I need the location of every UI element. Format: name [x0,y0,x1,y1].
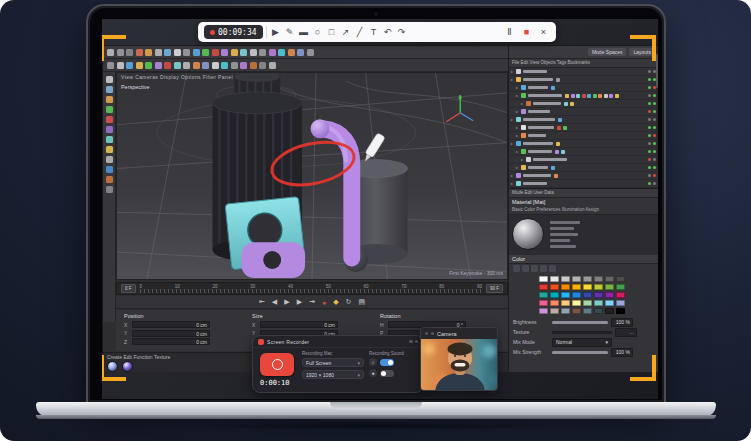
timeline-ticks[interactable]: 0102030405060708090 [140,284,482,293]
tag-icon[interactable] [587,94,591,98]
toolbar-icon[interactable] [231,49,238,56]
color-swatch[interactable] [572,308,581,314]
toolbar-icon[interactable] [221,49,228,56]
toolbar-icon[interactable] [183,62,190,69]
object-row[interactable]: ▸ [509,76,658,84]
stop-icon[interactable]: ■ [520,22,533,42]
toolbar-icon[interactable] [106,116,113,123]
color-swatch[interactable] [594,284,603,290]
visibility-dot[interactable] [648,166,651,169]
toolbar-icon[interactable] [549,265,556,272]
viewport[interactable]: View Cameras Display Options Filter Pane… [116,72,508,280]
redo-icon[interactable]: ↷ [396,22,408,42]
visibility-dot[interactable] [648,118,651,121]
keyframe-icon[interactable]: ◆ [333,298,338,306]
system-audio-toggle[interactable] [380,359,394,366]
object-row[interactable]: ▸ [509,100,658,108]
toolbar-icon[interactable] [540,265,547,272]
toolbar-icon[interactable] [212,49,219,56]
color-swatch[interactable] [539,292,548,298]
color-section-header[interactable]: Color [509,255,658,264]
toolbar-icon[interactable] [155,62,162,69]
toolbar-icon[interactable] [106,86,113,93]
toolbar-icon[interactable] [221,62,228,69]
color-swatch[interactable] [583,292,592,298]
color-swatch[interactable] [539,300,548,306]
visibility-dot[interactable] [653,182,656,185]
toolbar-icon[interactable] [513,265,520,272]
object-row[interactable]: ▸ [509,116,658,124]
color-swatch[interactable] [539,276,548,282]
close-icon[interactable]: × [537,22,550,42]
object-row[interactable]: ▸ [509,68,658,76]
toolbar-icon[interactable] [107,62,114,69]
visibility-dot[interactable] [648,134,651,137]
color-swatch[interactable] [583,308,592,314]
toolbar-icon[interactable] [174,49,181,56]
next-frame-icon[interactable]: ▶ [297,298,302,306]
tag-icon[interactable] [554,174,558,178]
color-swatch[interactable] [583,284,592,290]
tag-icon[interactable] [593,94,597,98]
brightness-slider[interactable] [552,321,608,324]
end-frame-box[interactable]: 90 F [486,284,503,293]
toolbar-icon[interactable] [136,62,143,69]
capture-corner-bottom-right[interactable] [630,355,656,381]
pen-icon[interactable]: ✎ [284,22,296,42]
toolbar-icon[interactable] [106,166,113,173]
tag-icon[interactable] [565,94,569,98]
window-dot-icon[interactable] [431,332,434,335]
rectangle-icon[interactable]: □ [326,22,338,42]
tag-icon[interactable] [551,166,555,170]
microphone-toggle[interactable] [380,370,394,377]
toolbar-icon[interactable] [145,62,152,69]
text-icon[interactable]: T [368,22,380,42]
coordinate-value-field[interactable]: 0 cm [132,330,210,337]
texture-browse-button[interactable]: … [615,328,637,337]
go-to-end-icon[interactable]: ⇥ [309,298,315,306]
toolbar-icon[interactable] [136,49,143,56]
color-swatch[interactable] [572,276,581,282]
visibility-dot[interactable] [648,70,651,73]
current-frame-box[interactable]: 0 F [121,284,136,293]
play-icon[interactable]: ▶ [270,22,282,42]
toolbar-icon[interactable] [250,62,257,69]
viewport-canvas[interactable]: Perspective First Keystroke - 300 ms [117,73,507,280]
toolbar-icon[interactable] [155,49,162,56]
viewport-menu[interactable]: View Cameras Display Options Filter Pane… [121,74,233,80]
visibility-dot[interactable] [648,110,651,113]
play-forward-icon[interactable]: ▶ [284,298,289,306]
tag-icon[interactable] [576,94,580,98]
arrow-icon[interactable]: ↗ [340,22,352,42]
panel-tab[interactable]: Mode Spaces [588,48,627,56]
capture-corner-top-left[interactable] [102,35,126,61]
tag-icon[interactable] [598,94,602,98]
tag-icon[interactable] [563,126,567,130]
toolbar-icon[interactable] [269,49,276,56]
tag-icon[interactable] [564,102,568,106]
record-icon[interactable]: ● [322,299,326,306]
color-swatch[interactable] [594,300,603,306]
toolbar-icon[interactable] [145,49,152,56]
tag-icon[interactable] [615,94,619,98]
toolbar-icon[interactable] [106,176,113,183]
tag-icon[interactable] [604,94,608,98]
texture-field[interactable] [552,331,612,334]
object-row[interactable]: ▸ [509,164,658,172]
tag-icon[interactable] [561,150,565,154]
toolbar-icon[interactable] [126,62,133,69]
tag-icon[interactable] [557,126,561,130]
toolbar-icon[interactable] [202,62,209,69]
previous-frame-icon[interactable]: ◀ [272,298,277,306]
visibility-dot[interactable] [653,166,656,169]
color-swatch[interactable] [583,300,592,306]
color-swatch[interactable] [605,308,614,314]
color-swatch[interactable] [561,308,570,314]
visibility-dot[interactable] [648,150,651,153]
color-swatch[interactable] [561,276,570,282]
go-to-start-icon[interactable]: ⇤ [259,298,265,306]
color-swatch[interactable] [550,300,559,306]
toolbar-icon[interactable] [259,49,266,56]
attribute-menu[interactable]: Mode Edit User Data [509,189,658,198]
tag-icon[interactable] [571,94,575,98]
